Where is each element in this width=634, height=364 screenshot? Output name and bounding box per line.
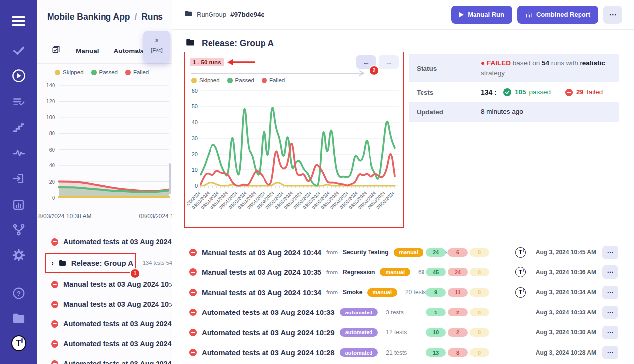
updated-value: 8 minutes ago: [481, 107, 611, 117]
topbar-more-button[interactable]: ⋯: [603, 6, 622, 24]
run-type-badge: manual: [394, 248, 424, 257]
legend-item: Skipped: [191, 77, 220, 83]
legend-dot-icon: [91, 70, 97, 75]
passed-check-icon: [503, 88, 511, 96]
status-panel: Status ● FAILED based on 54 runs with re…: [409, 54, 619, 122]
failed-status-icon: [51, 238, 58, 246]
milestones-stairs-icon[interactable]: [11, 120, 26, 135]
result-pills: 13 8 0: [426, 348, 489, 357]
status-failed-word: FAILED: [487, 59, 511, 67]
runs-overview-chart: 140120100806040200: [41, 78, 170, 210]
svg-text:80: 80: [49, 130, 55, 136]
sidebar-run-item[interactable]: Automated tests at 03 Aug 2024 1: [37, 354, 172, 364]
group-chart-legend: SkippedPassedFailed: [191, 77, 285, 83]
failed-pill: 11: [448, 288, 468, 297]
runs-side-panel: Mobile Banking App / Runs Manual Automat…: [37, 0, 172, 364]
pulse-activity-icon[interactable]: [11, 146, 26, 160]
sidebar-run-item[interactable]: Manual tests at 03 Aug 2024 10:42: [37, 294, 172, 314]
result-pills: 1 2 0: [426, 308, 489, 316]
failed-minus-icon: [565, 89, 573, 96]
settings-gear-icon[interactable]: [11, 248, 26, 262]
svg-text:40: 40: [49, 162, 55, 168]
close-icon[interactable]: ×: [143, 36, 170, 45]
branches-icon[interactable]: [11, 222, 26, 237]
runs-play-icon[interactable]: [11, 68, 26, 83]
row-more-button[interactable]: ⋯: [602, 246, 618, 259]
sidebar-run-item[interactable]: Manual tests at 03 Aug 2024 10:43: [37, 274, 172, 294]
chevron-right-icon[interactable]: ›: [51, 259, 54, 267]
status-failed-dot: ●: [481, 59, 487, 67]
row-more-button[interactable]: ⋯: [602, 306, 618, 319]
svg-text:120: 120: [46, 98, 55, 104]
tests-count: 12 tests: [386, 329, 407, 336]
import-signin-icon[interactable]: [11, 171, 26, 186]
sidebar-group-item-release-group-a[interactable]: › Release: Group A 134 tests 54 r 1: [37, 252, 172, 274]
esc-close-popup[interactable]: × [Esc]: [143, 31, 170, 63]
rungroup-folder-icon: [184, 10, 193, 19]
tests-row: Tests 134 : 105 passed 29 failed: [409, 82, 619, 102]
sidebar-run-item[interactable]: Automated tests at 03 Aug 2024 10: [37, 232, 172, 252]
run-row[interactable]: Automated tests at 03 Aug 2024 10:28 aut…: [172, 343, 634, 363]
legend-item: Passed: [227, 77, 254, 83]
pager-next-button[interactable]: →: [379, 55, 399, 69]
projects-folder-icon[interactable]: [11, 311, 26, 326]
breadcrumb-page: Runs: [141, 12, 163, 22]
test-plans-icon[interactable]: [11, 95, 26, 109]
passed-pill: 45: [426, 268, 446, 276]
run-timestamp: Aug 3, 2024 10:34 AM: [517, 289, 596, 296]
select-runs-icon[interactable]: [51, 45, 61, 56]
run-timestamp: Aug 3, 2024 10:30 AM: [517, 329, 596, 336]
updated-row: Updated 8 minutes ago: [409, 102, 619, 122]
result-pills: 10 2 0: [426, 328, 489, 337]
tab-manual[interactable]: Manual: [76, 47, 99, 54]
left-panel-scrollbar[interactable]: [169, 163, 171, 194]
run-type-badge: manual: [367, 288, 397, 297]
timeline-arrow-icon: [191, 70, 368, 76]
failed-status-icon: [189, 329, 197, 336]
sidebar-run-item[interactable]: Automated tests at 03 Aug 2024 10: [37, 314, 172, 334]
annotation-arrow-left-icon: [226, 58, 257, 66]
run-row[interactable]: Automated tests at 03 Aug 2024 10:33 aut…: [172, 303, 634, 323]
combined-report-button[interactable]: Combined Report: [517, 6, 598, 24]
testomat-logo[interactable]: T: [11, 336, 26, 351]
help-question-icon[interactable]: ?: [11, 286, 26, 301]
skipped-pill: 0: [470, 308, 489, 316]
tests-check-icon[interactable]: [11, 43, 26, 58]
run-row[interactable]: Manual tests at 03 Aug 2024 10:35 from R…: [172, 262, 634, 283]
failed-pill: 2: [448, 308, 468, 316]
menu-icon[interactable]: [11, 14, 26, 29]
failed-pill: 24: [448, 268, 468, 276]
breadcrumb-project[interactable]: Mobile Banking App: [47, 12, 130, 22]
play-icon: [459, 12, 464, 17]
runs-tree-list: Automated tests at 03 Aug 2024 10 › Rele…: [37, 232, 172, 364]
breadcrumb: Mobile Banking App / Runs: [47, 12, 163, 22]
row-more-button[interactable]: ⋯: [602, 286, 618, 299]
failed-status-icon: [189, 268, 197, 276]
row-more-button[interactable]: ⋯: [602, 265, 618, 279]
legend-dot-icon: [262, 78, 267, 83]
esc-hint-label: [Esc]: [143, 47, 170, 53]
svg-text:60: 60: [49, 147, 55, 153]
svg-text:40: 40: [192, 119, 198, 125]
failed-status-icon: [189, 249, 197, 256]
run-row[interactable]: Manual tests at 03 Aug 2024 10:34 from S…: [172, 282, 634, 303]
manual-run-button[interactable]: Manual Run: [451, 6, 512, 24]
failed-status-icon: [51, 301, 58, 308]
row-more-button[interactable]: ⋯: [602, 346, 618, 359]
legend-item: Failed: [262, 77, 285, 83]
tests-total: 134 :: [481, 87, 497, 98]
analytics-bar-chart-icon[interactable]: [11, 197, 26, 212]
legend-item: Skipped: [55, 69, 84, 75]
failed-pill: 2: [448, 328, 468, 337]
run-row[interactable]: Manual tests at 03 Aug 2024 10:44 from S…: [172, 242, 634, 262]
rungroup-id: #97bde94e: [230, 11, 264, 18]
failed-status-icon: [189, 289, 197, 296]
run-timestamp: Aug 3, 2024 10:36 AM: [517, 269, 596, 276]
failed-status-icon: [189, 309, 197, 316]
row-more-button[interactable]: ⋯: [602, 326, 618, 339]
run-row[interactable]: Automated tests at 03 Aug 2024 10:29 aut…: [172, 322, 634, 343]
sidebar-run-item[interactable]: Automated tests at 03 Aug 2024 10: [37, 334, 172, 354]
skipped-pill: 0: [470, 268, 489, 276]
tabs-divider: [37, 63, 172, 64]
svg-text:10: 10: [192, 167, 198, 173]
